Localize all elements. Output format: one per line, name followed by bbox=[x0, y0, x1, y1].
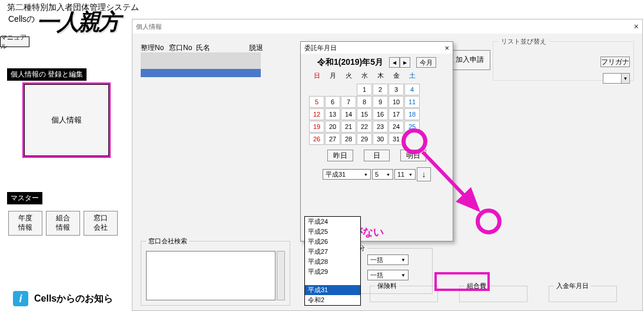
calendar-day[interactable]: 22 bbox=[357, 121, 372, 133]
era-select[interactable]: 平成31▼ bbox=[323, 169, 371, 180]
calendar-next-icon[interactable]: ▶ bbox=[400, 57, 410, 68]
oyakata-logo: 一人親方 bbox=[36, 7, 131, 35]
era-option[interactable]: 平成28 bbox=[305, 257, 360, 267]
kojin-section-label: 個人情報の 登録と編集 bbox=[7, 68, 87, 81]
calendar-grid: 日月火水木金土123456789101112131415161718192021… bbox=[301, 71, 453, 145]
col-dattai: 脱退 bbox=[249, 43, 263, 53]
sort-select[interactable]: ▼ bbox=[603, 73, 630, 84]
kumiai-button[interactable]: 組合 情報 bbox=[46, 211, 80, 236]
calendar-day bbox=[404, 133, 420, 145]
calendar-day bbox=[309, 84, 324, 95]
calendar-day[interactable]: 13 bbox=[325, 108, 340, 120]
calendar-dow: 水 bbox=[357, 71, 372, 83]
calendar-day[interactable]: 1 bbox=[357, 84, 372, 95]
era-option[interactable]: 平成27 bbox=[305, 247, 360, 257]
list-row[interactable] bbox=[141, 52, 261, 61]
hokenryou-col: 保険料 bbox=[370, 286, 438, 302]
calendar-day[interactable]: 24 bbox=[389, 121, 404, 133]
calendar-dow: 土 bbox=[404, 71, 420, 83]
kongetsu-button[interactable]: 今月 bbox=[416, 57, 436, 68]
manual-button[interactable]: マニュアル bbox=[0, 37, 29, 47]
calendar-day[interactable]: 6 bbox=[325, 96, 340, 108]
nendo-button[interactable]: 年度 情報 bbox=[8, 211, 42, 236]
calendar-day[interactable]: 15 bbox=[357, 108, 372, 120]
kumiaihi-select[interactable]: 一括▼ bbox=[367, 270, 409, 280]
day-select[interactable]: 11▼ bbox=[394, 169, 416, 180]
nyukin-col: 入金年月日 bbox=[549, 286, 617, 302]
era-option[interactable]: 平成29 bbox=[305, 267, 360, 277]
hokenryou-select[interactable]: 一括▼ bbox=[367, 254, 409, 265]
calendar-day[interactable]: 19 bbox=[309, 121, 324, 133]
calendar-day[interactable]: 9 bbox=[373, 96, 388, 108]
calendar-day[interactable]: 21 bbox=[341, 121, 356, 133]
era-option[interactable]: 平成25 bbox=[305, 227, 360, 237]
calendar-day[interactable]: 20 bbox=[325, 121, 340, 133]
app-subtitle: Cellsの bbox=[8, 14, 35, 25]
calendar-day[interactable]: 11 bbox=[404, 96, 420, 108]
calendar-day bbox=[341, 84, 356, 95]
dialog-close-icon[interactable]: × bbox=[634, 22, 639, 31]
calendar-day[interactable]: 26 bbox=[309, 133, 324, 145]
master-section-label: マスター bbox=[7, 192, 42, 204]
era-option[interactable]: 令和2 bbox=[305, 295, 360, 305]
calendar-day[interactable]: 3 bbox=[389, 84, 404, 95]
kanyuushinsei-button[interactable]: 加入申請 bbox=[449, 50, 490, 70]
calendar-day[interactable]: 5 bbox=[309, 96, 324, 108]
era-option[interactable]: 平成24 bbox=[305, 217, 360, 227]
calendar-popup: 委託年月日 × 令和1(2019)年5月 ◀ ▶ 今月 日月火水木金土12345… bbox=[300, 41, 453, 241]
search-listbox[interactable] bbox=[146, 251, 275, 300]
search-legend: 窓口会社検索 bbox=[146, 237, 190, 246]
asu-button[interactable]: 明日 bbox=[400, 150, 426, 161]
info-icon: i bbox=[13, 291, 28, 306]
col-shimei: 氏名 bbox=[196, 43, 240, 53]
calendar-day[interactable]: 30 bbox=[373, 133, 388, 145]
col-seiri: 整理No bbox=[141, 43, 169, 53]
kumiaihi-col-title: 組合費 bbox=[464, 282, 489, 290]
list-header: 整理No 窓口No 氏名 脱退 bbox=[141, 43, 263, 53]
calendar-day[interactable]: 8 bbox=[357, 96, 372, 108]
calendar-day[interactable]: 2 bbox=[373, 84, 388, 95]
calendar-day[interactable]: 31 bbox=[389, 133, 404, 145]
kumiaihi-col: 組合費 bbox=[459, 286, 527, 302]
calendar-day[interactable]: 17 bbox=[389, 108, 404, 120]
calendar-day[interactable]: 18 bbox=[404, 108, 420, 120]
list-row-selected[interactable] bbox=[141, 69, 261, 77]
calendar-day[interactable]: 25 bbox=[404, 121, 420, 133]
calendar-day[interactable]: 14 bbox=[341, 108, 356, 120]
calendar-day[interactable]: 28 bbox=[341, 133, 356, 145]
calendar-day[interactable]: 23 bbox=[373, 121, 388, 133]
calendar-day[interactable]: 10 bbox=[389, 96, 404, 108]
col-madoguchi: 窓口No bbox=[169, 43, 196, 53]
sort-legend: リスト並び替え bbox=[499, 37, 549, 46]
search-scrollbar[interactable] bbox=[277, 251, 285, 300]
today-button[interactable]: 日 bbox=[364, 150, 390, 161]
calendar-day[interactable]: 27 bbox=[325, 133, 340, 145]
era-option[interactable] bbox=[305, 277, 360, 285]
nyukin-col-title: 入金年月日 bbox=[554, 282, 591, 290]
calendar-dow: 日 bbox=[309, 71, 324, 83]
calendar-day[interactable]: 12 bbox=[309, 108, 324, 120]
sort-group: リスト並び替え フリガナ ▼ bbox=[493, 37, 634, 81]
calendar-title: 委託年月日 bbox=[304, 44, 337, 52]
list-row[interactable] bbox=[141, 61, 261, 69]
dialog-title: 個人情報 bbox=[136, 22, 162, 31]
madoguchi-button[interactable]: 窓口 会社 bbox=[84, 211, 118, 236]
era-option[interactable]: 平成31 bbox=[305, 285, 360, 295]
calendar-day[interactable]: 4 bbox=[404, 84, 420, 95]
search-frame: 窓口会社検索 bbox=[141, 241, 290, 306]
era-dropdown-list[interactable]: 平成24平成25平成26平成27平成28平成29 平成31令和2 bbox=[304, 216, 361, 306]
calendar-day[interactable]: 29 bbox=[357, 133, 372, 145]
sakujitsu-button[interactable]: 昨日 bbox=[327, 150, 353, 161]
era-option[interactable]: 平成26 bbox=[305, 237, 360, 247]
month-select[interactable]: 5▼ bbox=[372, 169, 393, 180]
hokenryou-col-title: 保険料 bbox=[375, 282, 399, 290]
calendar-day[interactable]: 16 bbox=[373, 108, 388, 120]
calendar-dow: 木 bbox=[373, 71, 388, 83]
apply-date-button[interactable]: ↓ bbox=[417, 167, 431, 181]
calendar-dow: 金 bbox=[389, 71, 404, 83]
calendar-day[interactable]: 7 bbox=[341, 96, 356, 108]
calendar-close-icon[interactable]: × bbox=[444, 44, 449, 52]
furigana-button[interactable]: フリガナ bbox=[600, 57, 630, 67]
calendar-prev-icon[interactable]: ◀ bbox=[389, 57, 400, 68]
kojin-info-button[interactable]: 個人情報 bbox=[24, 84, 109, 156]
